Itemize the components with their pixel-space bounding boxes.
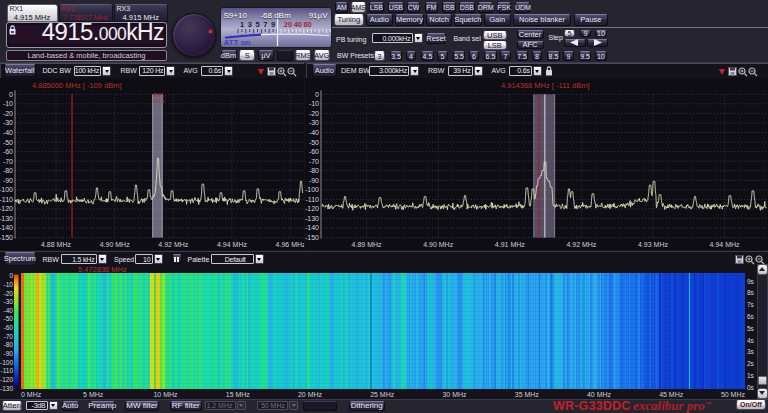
svg-text:5 MHz: 5 MHz [83, 391, 104, 398]
svg-text:-130: -130 [0, 385, 13, 392]
svg-text:-70: -70 [3, 158, 13, 165]
svg-text:8s: 8s [747, 289, 755, 296]
svg-text:-90: -90 [3, 177, 13, 184]
svg-text:-120: -120 [0, 376, 13, 383]
svg-text:-110: -110 [0, 196, 13, 203]
svg-text:4.96 MHz: 4.96 MHz [276, 241, 304, 248]
svg-text:7: 7 [263, 20, 267, 29]
svg-text:0s: 0s [747, 384, 755, 391]
svg-text:-20: -20 [3, 110, 13, 117]
svg-text:4.90 MHz: 4.90 MHz [100, 241, 130, 248]
svg-text:-150: -150 [0, 234, 13, 241]
svg-text:9: 9 [271, 20, 275, 29]
svg-text:9s: 9s [747, 278, 755, 285]
svg-text:-140: -140 [305, 224, 319, 231]
svg-text:-90: -90 [4, 350, 14, 357]
svg-text:4.93 MHz: 4.93 MHz [638, 241, 668, 248]
svg-text:-40: -40 [309, 129, 319, 136]
svg-text:-30: -30 [4, 298, 14, 305]
svg-text:6s: 6s [747, 313, 755, 320]
svg-text:7s: 7s [747, 301, 755, 308]
svg-text:-20: -20 [4, 290, 14, 297]
svg-text:0: 0 [9, 91, 13, 98]
svg-text:3: 3 [247, 20, 251, 29]
svg-text:4.90 MHz: 4.90 MHz [423, 241, 453, 248]
svg-text:-10: -10 [4, 281, 14, 288]
svg-text:-80: -80 [3, 167, 13, 174]
svg-text:-70: -70 [4, 333, 14, 340]
svg-text:RX3-: RX3- [153, 98, 166, 104]
svg-text:-100: -100 [0, 359, 13, 366]
svg-text:40: 40 [293, 20, 301, 29]
svg-text:40 MHz: 40 MHz [587, 391, 612, 398]
svg-text:-130: -130 [0, 215, 13, 222]
svg-text:-50: -50 [3, 139, 13, 146]
svg-text:4.92 MHz: 4.92 MHz [158, 241, 188, 248]
svg-text:-110: -110 [0, 367, 13, 374]
svg-text:20 MHz: 20 MHz [298, 391, 323, 398]
svg-text:0: 0 [315, 91, 319, 98]
svg-text:-100: -100 [305, 186, 319, 193]
svg-text:3s: 3s [747, 348, 755, 355]
svg-text:60: 60 [303, 20, 311, 29]
svg-text:2s: 2s [747, 360, 755, 367]
svg-text:10 MHz: 10 MHz [153, 391, 178, 398]
svg-text:-150: -150 [305, 234, 319, 241]
svg-text:-100: -100 [0, 186, 13, 193]
svg-text:5: 5 [255, 20, 259, 29]
svg-text:-80: -80 [4, 341, 14, 348]
svg-text:25 MHz: 25 MHz [370, 391, 395, 398]
svg-text:-60: -60 [309, 148, 319, 155]
svg-text:4s: 4s [747, 337, 755, 344]
svg-text:0 MHz: 0 MHz [21, 391, 42, 398]
svg-text:-70: -70 [309, 158, 319, 165]
svg-text:-30: -30 [3, 119, 13, 126]
svg-text:-20: -20 [309, 110, 319, 117]
svg-text:30 MHz: 30 MHz [442, 391, 467, 398]
svg-text:-120: -120 [0, 205, 13, 212]
svg-text:-120: -120 [305, 205, 319, 212]
svg-text:4.89 MHz: 4.89 MHz [352, 241, 382, 248]
svg-text:4.92 MHz: 4.92 MHz [566, 241, 596, 248]
svg-text:4.914368 MHz [ -111 dBm]: 4.914368 MHz [ -111 dBm] [501, 81, 590, 90]
svg-text:4.885000 MHz [ -109 dBm]: 4.885000 MHz [ -109 dBm] [32, 81, 122, 90]
svg-text:-60: -60 [3, 148, 13, 155]
svg-text:20: 20 [283, 20, 291, 29]
svg-text:-60: -60 [4, 324, 14, 331]
svg-text:-50: -50 [4, 315, 14, 322]
svg-text:-30: -30 [309, 119, 319, 126]
svg-text:4.94 MHz: 4.94 MHz [217, 241, 247, 248]
svg-text:-40: -40 [4, 307, 14, 314]
svg-text:4.91 MHz: 4.91 MHz [495, 241, 525, 248]
svg-text:1s: 1s [747, 372, 755, 379]
svg-text:-90: -90 [309, 177, 319, 184]
svg-text:35 MHz: 35 MHz [515, 391, 540, 398]
svg-text:-10: -10 [3, 100, 13, 107]
svg-text:15 MHz: 15 MHz [226, 391, 251, 398]
svg-text:-80: -80 [309, 167, 319, 174]
svg-text:-130: -130 [305, 215, 319, 222]
svg-text:1: 1 [239, 20, 243, 29]
svg-text:50 MHz: 50 MHz [721, 391, 746, 398]
svg-text:0: 0 [9, 272, 13, 279]
svg-text:5s: 5s [747, 325, 755, 332]
svg-text:-110: -110 [306, 196, 320, 203]
svg-text:-50: -50 [309, 139, 319, 146]
svg-text:4.88 MHz: 4.88 MHz [41, 241, 71, 248]
svg-text:-10: -10 [309, 100, 319, 107]
svg-text:4.94 MHz: 4.94 MHz [710, 241, 740, 248]
svg-text:-40: -40 [3, 129, 13, 136]
svg-text:-140: -140 [0, 224, 13, 231]
